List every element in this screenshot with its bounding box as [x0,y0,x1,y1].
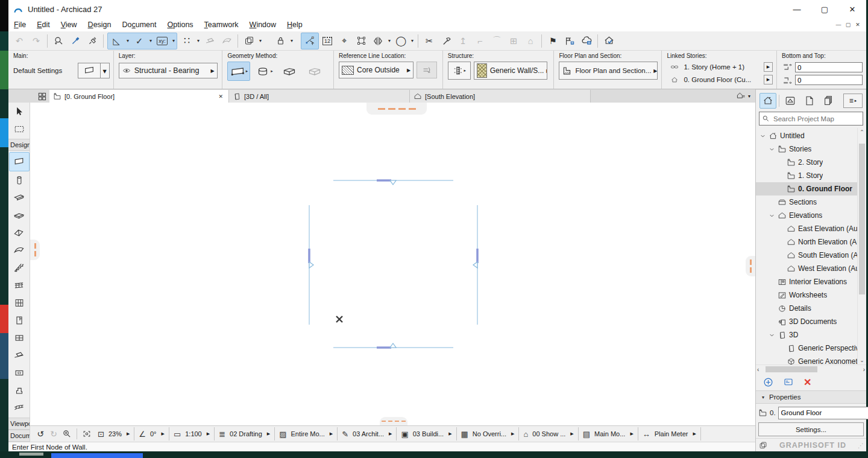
zoom-level-selector[interactable]: ⊡23%▶ [93,427,134,441]
zoom-in-icon[interactable] [60,427,74,441]
guide-line-handle-bottom[interactable] [380,417,407,425]
tree-item-elevations[interactable]: Elevations [756,209,858,222]
tree-item-1-story[interactable]: 1. Story [756,169,858,182]
layout-book-icon[interactable] [801,93,818,109]
roof-tool[interactable] [10,224,28,241]
object-tool[interactable] [10,381,28,399]
geometry-method-rectangle-button[interactable] [303,62,326,81]
story-name-input[interactable] [778,407,868,419]
previous-view-icon[interactable]: ↺ [34,427,47,441]
geometry-method-straight-button[interactable]: ▸ [227,62,250,81]
tree-item-generic-axonometr[interactable]: Generic Axonometr [756,355,858,364]
building-material-selector[interactable]: Generic Wall/S... ▶ [474,62,547,80]
document-restore-button[interactable]: ▢ [843,20,853,30]
column-tool[interactable] [10,171,28,189]
minimize-button[interactable]: — [783,0,811,18]
flip-reference-line-button[interactable] [417,62,437,78]
redo-icon[interactable]: ↷ [28,33,45,49]
chevron-down-icon[interactable] [758,133,767,139]
floor-plan-canvas[interactable] [30,103,755,425]
vertical-scrollbar[interactable]: ⌃ ⌄ [857,128,866,364]
door-tool[interactable] [10,311,28,329]
tab-overview-button[interactable] [35,90,49,103]
organizer-icon[interactable] [758,441,768,450]
trace-reference-icon[interactable] [241,33,257,49]
bottom-offset-input[interactable] [795,75,863,85]
window-tool[interactable] [10,329,28,346]
trim-icon[interactable]: ✂ [421,33,438,49]
stair-tool[interactable] [10,259,28,276]
rotated-view-icon[interactable] [218,33,235,49]
renovation-filter-selector[interactable]: ⌂00 Show ...▶ [519,427,578,441]
edit-selection-set-icon[interactable] [353,33,370,49]
graphic-overrides-selector[interactable]: ▦No Overri...▶ [457,427,520,441]
floorplan-display-selector[interactable]: Floor Plan and Section... ▶ [559,62,658,80]
tree-item-generic-perspective[interactable]: Generic Perspective [756,342,858,355]
snap-points-dropdown[interactable]: ▾ [148,38,154,43]
structure-display-selector[interactable]: ▤Main Mo...▶ [579,427,638,441]
add-viewpoint-icon[interactable] [763,377,773,387]
search-input[interactable] [772,115,867,123]
wall-settings-dropdown[interactable]: ▾ [101,63,110,78]
menu-file[interactable]: File [8,19,31,30]
document-close-button[interactable]: ✕ [853,20,863,30]
mirror-dropdown[interactable]: ▾ [386,38,392,43]
slab-tool[interactable] [10,206,28,224]
tab-close-icon[interactable]: ✕ [216,94,225,100]
snap-grid-icon[interactable]: ∷ [178,33,195,49]
menu-options[interactable]: Options [162,19,199,30]
guide-line-handle-right[interactable] [746,256,755,276]
layer-set-selector[interactable]: ▣03 Buildi...▶ [397,427,456,441]
tree-item-sections[interactable]: Sections [756,196,858,209]
default-settings-label[interactable]: Default Settings [13,67,62,74]
toolbox-design-header[interactable]: Design [8,139,30,151]
menu-teamwork[interactable]: Teamwork [199,19,244,30]
tree-item-west-elevation-aut[interactable]: West Elevation (Aut [756,262,858,275]
guide-line-handle-top[interactable] [366,103,427,115]
tab-south-elevation[interactable]: [South Elevation] [410,90,591,103]
menu-view[interactable]: View [55,19,83,30]
element-snap-icon[interactable] [301,33,319,49]
scroll-right-icon[interactable]: › [863,365,865,374]
close-button[interactable]: ✕ [838,0,866,18]
coordinates-dropdown[interactable]: ▾ [171,38,177,43]
pick-up-parameters-icon[interactable] [67,33,84,49]
mirror-icon[interactable] [370,33,386,49]
rotated-grid-icon[interactable] [201,33,218,49]
coordinates-icon[interactable]: xy: [154,34,171,48]
mesh-tool[interactable] [10,399,28,416]
toolbox-viewpoints-header[interactable]: Viewpoi [8,418,30,430]
resize-grip-icon[interactable]: ⋰ [858,442,864,449]
zoom-to-selection-icon[interactable] [50,33,67,49]
tree-item-interior-elevations[interactable]: Interior Elevations [756,275,858,288]
scroll-down-icon[interactable]: ⌄ [858,356,866,364]
lock-icon[interactable] [272,33,289,49]
tree-item-3d[interactable]: 3D [756,328,858,342]
fit-in-window-icon[interactable] [80,427,93,441]
guide-lines-dropdown[interactable]: ▾ [125,38,131,43]
lock-dropdown[interactable]: ▾ [289,38,295,43]
chevron-down-icon[interactable] [767,212,776,219]
chevron-down-icon[interactable] [767,146,776,153]
tree-item-2-story[interactable]: 2. Story [756,156,858,169]
inject-parameters-icon[interactable] [84,33,101,49]
properties-collapse-icon[interactable]: ▾ [762,395,764,400]
railing-tool[interactable] [10,276,28,294]
search-box[interactable] [759,112,863,126]
view-map-icon[interactable] [782,93,799,109]
adjust-icon[interactable]: ↥ [454,33,471,49]
settings-button[interactable]: Settings... [758,422,864,436]
snap-points-icon[interactable]: ✓ [131,34,148,48]
tree-item-0-ground-floor[interactable]: 0. Ground Floor [756,182,858,196]
project-map-icon[interactable] [760,93,776,109]
bimcloud-manager-icon[interactable] [578,33,595,49]
top-link-fl yout[interactable]: ▶ [764,62,773,72]
stretch-icon[interactable]: ⌖ [336,33,353,49]
tree-item-south-elevation-au[interactable]: South Elevation (Au [756,249,858,262]
geometry-method-chained-button[interactable] [278,62,301,81]
popup-navigator-button[interactable]: ▾ [735,90,750,102]
menu-edit[interactable]: Edit [31,19,55,30]
tree-item-stories[interactable]: Stories [756,142,858,156]
scroll-up-icon[interactable]: ⌃ [858,128,866,136]
structure-type-button[interactable]: ▸ [448,62,471,80]
